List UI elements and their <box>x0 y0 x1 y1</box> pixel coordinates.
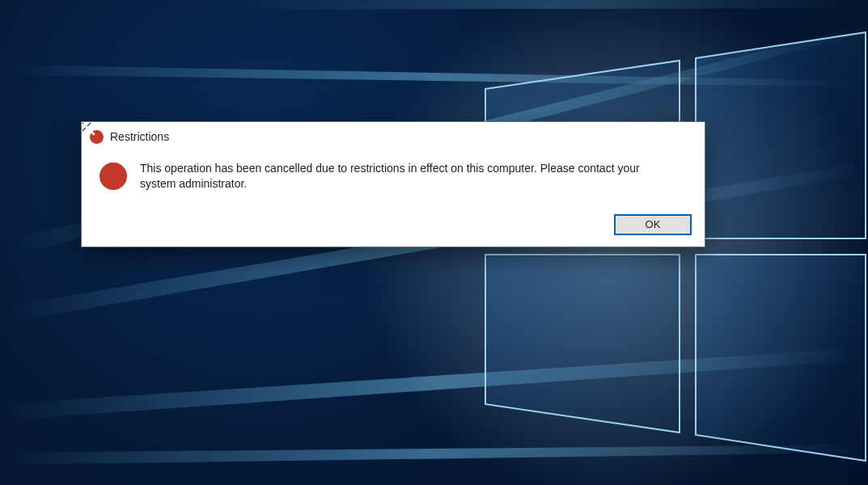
dialog-message: This operation has been cancelled due to… <box>140 161 658 192</box>
ok-button[interactable]: OK <box>614 214 692 235</box>
desktop-wallpaper: Restrictions This operation has been can… <box>0 0 868 485</box>
dialog-body: This operation has been cancelled due to… <box>82 151 705 206</box>
svg-marker-10 <box>696 255 866 461</box>
dialog-title: Restrictions <box>110 130 666 143</box>
dialog-titlebar[interactable]: Restrictions <box>82 122 705 151</box>
close-button[interactable] <box>666 122 705 151</box>
svg-marker-8 <box>696 32 866 238</box>
svg-marker-9 <box>485 255 680 432</box>
error-icon <box>100 162 127 190</box>
dialog-footer: OK <box>82 206 705 247</box>
error-dialog: Restrictions This operation has been can… <box>81 121 705 247</box>
